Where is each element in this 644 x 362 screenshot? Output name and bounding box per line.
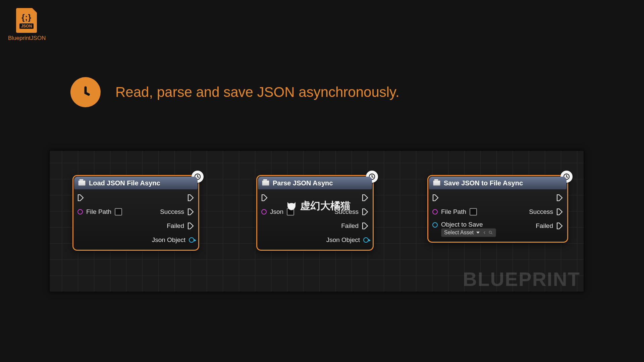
pin-label: Object to Save — [441, 221, 496, 228]
desktop-file-label: BlueprintJSON — [8, 35, 45, 42]
data-pin-icon — [261, 209, 267, 215]
data-pin-icon — [432, 209, 438, 215]
chevron-down-icon — [476, 232, 480, 234]
node-header[interactable]: Parse JSON Async — [258, 177, 372, 189]
exec-out-success[interactable]: Success — [529, 207, 563, 217]
data-pin-icon — [189, 237, 194, 243]
pin-label: Failed — [341, 222, 359, 230]
input-file-path[interactable]: File Path — [432, 207, 496, 217]
exec-out-pin[interactable] — [362, 193, 369, 203]
output-json-object[interactable]: Json Object — [152, 235, 194, 245]
node-header[interactable]: Save JSON to File Async — [429, 177, 567, 189]
json-file-icon: {;} JSON — [16, 8, 37, 33]
bp-node-save-json[interactable]: Save JSON to File Async File Path Object… — [427, 175, 568, 243]
json-tag: JSON — [19, 23, 34, 29]
pin-label: Success — [529, 208, 553, 216]
input-object-to-save[interactable]: Object to Save Select Asset — [432, 221, 496, 237]
asset-picker[interactable]: Select Asset — [441, 228, 496, 237]
asset-picker-tools[interactable] — [482, 230, 493, 235]
exec-in-pin[interactable] — [432, 193, 496, 203]
pin-label: Failed — [167, 222, 184, 230]
pin-textbox[interactable] — [115, 208, 122, 216]
exec-out-failed[interactable]: Failed — [536, 221, 563, 231]
pin-label: Json — [270, 208, 283, 216]
bp-node-parse-json[interactable]: Parse JSON Async Json Success Failed Jso… — [256, 175, 374, 251]
function-icon — [78, 180, 86, 186]
data-pin-icon — [432, 222, 438, 228]
desktop-file-icon[interactable]: {;} JSON BlueprintJSON — [8, 8, 45, 42]
arrow-left-icon — [482, 230, 487, 235]
headline-text: Read, parse and save JSON asynchronously… — [115, 84, 399, 100]
pin-textbox[interactable] — [470, 208, 477, 216]
pin-label: Failed — [536, 222, 553, 230]
function-icon — [433, 180, 440, 186]
exec-out-success[interactable]: Success — [160, 207, 194, 217]
pin-label: Success — [334, 208, 359, 216]
output-json-object[interactable]: Json Object — [326, 235, 369, 245]
pin-label: Json Object — [152, 236, 185, 244]
blueprint-watermark: BLUEPRINT — [463, 268, 580, 290]
exec-out-success[interactable]: Success — [334, 207, 369, 217]
pin-label: File Path — [441, 208, 466, 216]
exec-out-pin[interactable] — [556, 193, 563, 203]
exec-out-failed[interactable]: Failed — [167, 221, 194, 231]
pin-textbox[interactable] — [287, 208, 294, 216]
data-pin-icon — [77, 209, 83, 215]
input-file-path[interactable]: File Path — [77, 207, 122, 217]
exec-out-pin[interactable] — [187, 193, 194, 203]
exec-in-pin[interactable] — [77, 193, 122, 203]
asset-picker-label: Select Asset — [444, 230, 474, 236]
node-title: Parse JSON Async — [273, 179, 333, 187]
pin-label: Success — [160, 208, 184, 216]
data-pin-icon — [363, 237, 369, 243]
node-title: Load JSON File Async — [89, 179, 160, 187]
function-icon — [262, 180, 269, 186]
node-header[interactable]: Load JSON File Async — [74, 177, 198, 189]
pin-label: File Path — [86, 208, 111, 216]
pin-label: Json Object — [326, 236, 360, 244]
clock-icon — [70, 77, 101, 107]
search-icon — [488, 230, 493, 235]
braces-glyph: {;} — [21, 13, 32, 22]
headline-row: Read, parse and save JSON asynchronously… — [70, 77, 399, 107]
input-json[interactable]: Json — [261, 207, 294, 217]
blueprint-canvas[interactable]: 虚幻大橘猫 Load JSON File Async File Path Suc… — [49, 150, 584, 292]
exec-in-pin[interactable] — [261, 193, 294, 203]
bp-node-load-json[interactable]: Load JSON File Async File Path Success F… — [72, 175, 199, 251]
exec-out-failed[interactable]: Failed — [341, 221, 369, 231]
svg-point-4 — [489, 231, 491, 233]
node-title: Save JSON to File Async — [444, 179, 523, 187]
